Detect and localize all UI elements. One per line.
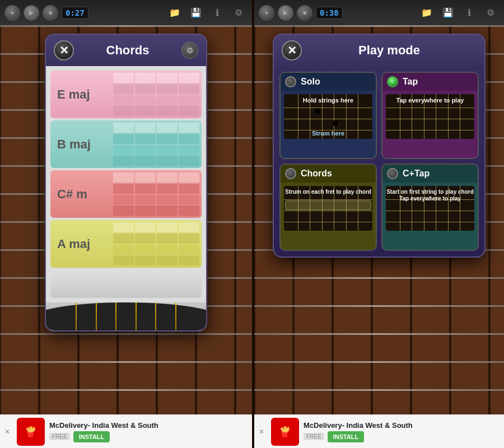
ctap-desc-label: Start on first string to play chord Tap … <box>386 189 474 202</box>
stop-btn[interactable]: ● <box>4 5 20 21</box>
chord-grid-cshm <box>111 170 202 218</box>
mode-header-chords: Chords <box>281 165 376 183</box>
ad-free-label: FREE <box>49 433 70 440</box>
mode-body-ctap: Start on first string to play chord Tap … <box>382 183 478 250</box>
ad-install-button-right[interactable]: INSTALL <box>328 431 365 442</box>
solo-fretboard: Hold strings here <box>284 94 372 139</box>
mode-header-ctap: C+Tap <box>382 165 478 183</box>
time-display-right: 0:38 <box>316 7 343 19</box>
mode-radio-tap[interactable] <box>387 76 398 87</box>
mode-label-ctap: C+Tap <box>403 169 430 179</box>
mode-card-ctap[interactable]: C+Tap <box>381 164 479 251</box>
mcdonalds-logo: 🍟 <box>17 418 45 446</box>
strum-here-label: Strum here <box>284 130 372 137</box>
chords-desc-label: Strum on each fret to play chord <box>284 189 372 195</box>
mcdonalds-logo-right: 🍟 <box>271 418 299 446</box>
ctap-fretboard: Start on first string to play chord Tap … <box>386 186 474 231</box>
chords-dialog-header: ✕ Chords ⚙ <box>46 35 206 66</box>
ad-title-right: McDelivery- India West & South <box>304 421 500 430</box>
chords-dialog: ✕ Chords ⚙ E maj <box>45 34 207 332</box>
time-display: 0:27 <box>62 7 88 19</box>
play-mode-close-button[interactable]: ✕ <box>282 40 302 60</box>
chord-item-bmaj[interactable]: B maj <box>50 120 202 168</box>
hold-strings-label: Hold strings here <box>284 97 372 104</box>
chords-settings-button[interactable]: ⚙ <box>181 42 198 59</box>
save-icon-right[interactable]: 💾 <box>439 5 457 21</box>
pause-btn-right[interactable]: ■ <box>297 5 312 21</box>
ad-install-button[interactable]: INSTALL <box>73 431 110 442</box>
info-icon-right[interactable]: ℹ <box>460 5 478 21</box>
chord-name-emaj: E maj <box>57 87 90 102</box>
mode-card-tap[interactable]: Tap <box>381 72 479 159</box>
chord-grid-amaj <box>111 220 202 268</box>
ad-text-block-right: McDelivery- India West & South FREE INST… <box>304 421 500 442</box>
play-btn[interactable]: ▶ <box>24 5 39 21</box>
tap-fretboard: Tap everywhere to play <box>386 94 474 139</box>
play-mode-header: ✕ Play mode <box>274 35 484 66</box>
settings-icon-right[interactable]: ⚙ <box>482 5 500 21</box>
left-toolbar: ● ▶ ■ 0:27 📁 💾 ℹ ⚙ <box>0 0 252 25</box>
mode-grid: Solo Hold strings here <box>274 66 484 256</box>
play-mode-title: Play mode <box>302 43 477 58</box>
mode-card-solo[interactable]: Solo Hold strings here <box>279 72 377 159</box>
play-mode-dialog-overlay: ✕ Play mode Solo Hold strings here <box>273 34 486 258</box>
chord-item-empty <box>50 270 202 298</box>
mode-radio-ctap[interactable] <box>387 168 398 179</box>
info-icon[interactable]: ℹ <box>208 5 226 21</box>
mode-body-solo: Hold strings here <box>281 91 376 158</box>
mode-body-tap: Tap everywhere to play <box>382 91 478 158</box>
pause-btn[interactable]: ■ <box>43 5 58 21</box>
mode-radio-chords[interactable] <box>285 168 296 179</box>
chord-item-emaj[interactable]: E maj <box>50 71 202 118</box>
chord-name-amaj: A maj <box>57 237 90 251</box>
play-mode-dialog: ✕ Play mode Solo Hold strings here <box>273 34 486 258</box>
play-btn-right[interactable]: ▶ <box>278 5 293 21</box>
ad-text-block: McDelivery- India West & South FREE INST… <box>49 421 248 442</box>
ad-close-icon-right[interactable]: ✕ <box>259 428 264 436</box>
chord-name-bmaj: B maj <box>57 137 91 152</box>
chord-item-cshm[interactable]: C# m <box>50 170 202 218</box>
ad-free-label-right: FREE <box>304 433 324 440</box>
right-toolbar: ● ▶ ■ 0:38 📁 💾 ℹ ⚙ <box>254 0 504 25</box>
right-ad-banner: ✕ 🍟 McDelivery- India West & South FREE … <box>254 414 504 448</box>
left-ad-banner: ✕ 🍟 McDelivery- India West & South FREE … <box>0 414 252 448</box>
chord-grid-emaj <box>111 71 202 118</box>
ad-title: McDelivery- India West & South <box>49 421 248 430</box>
chord-grid-bmaj <box>111 120 202 168</box>
chords-dialog-overlay: ✕ Chords ⚙ E maj <box>45 34 207 332</box>
chord-name-cshm: C# m <box>57 187 87 202</box>
right-panel: ● ▶ ■ 0:38 📁 💾 ℹ ⚙ ✕ Play mode Solo <box>254 0 504 448</box>
left-panel: ● ▶ ■ 0:27 📁 💾 ℹ ⚙ ✕ Chords ⚙ E maj <box>0 0 252 448</box>
mode-label-tap: Tap <box>403 77 418 87</box>
chords-close-button[interactable]: ✕ <box>54 40 74 60</box>
folder-icon-right[interactable]: 📁 <box>418 5 436 21</box>
mode-label-solo: Solo <box>301 77 320 87</box>
chord-item-amaj[interactable]: A maj <box>50 220 202 268</box>
mode-body-chords: Strum on each fret to play chord <box>281 183 376 250</box>
tap-desc-label: Tap everywhere to play <box>386 97 474 104</box>
folder-icon[interactable]: 📁 <box>166 5 184 21</box>
stop-btn-right[interactable]: ● <box>259 5 274 21</box>
mode-label-chords: Chords <box>301 169 332 179</box>
chord-list: E maj <box>46 66 206 302</box>
mode-header-solo: Solo <box>281 73 376 91</box>
mode-radio-solo[interactable] <box>285 76 296 87</box>
mode-card-chords[interactable]: Chords <box>279 164 377 251</box>
chords-fretboard: Strum on each fret to play chord <box>284 186 372 231</box>
ad-close-icon[interactable]: ✕ <box>4 428 10 436</box>
mode-header-tap: Tap <box>382 73 478 91</box>
chords-dialog-title: Chords <box>74 43 181 58</box>
settings-icon[interactable]: ⚙ <box>230 5 248 21</box>
save-icon[interactable]: 💾 <box>187 5 205 21</box>
chord-bottom <box>46 302 206 330</box>
